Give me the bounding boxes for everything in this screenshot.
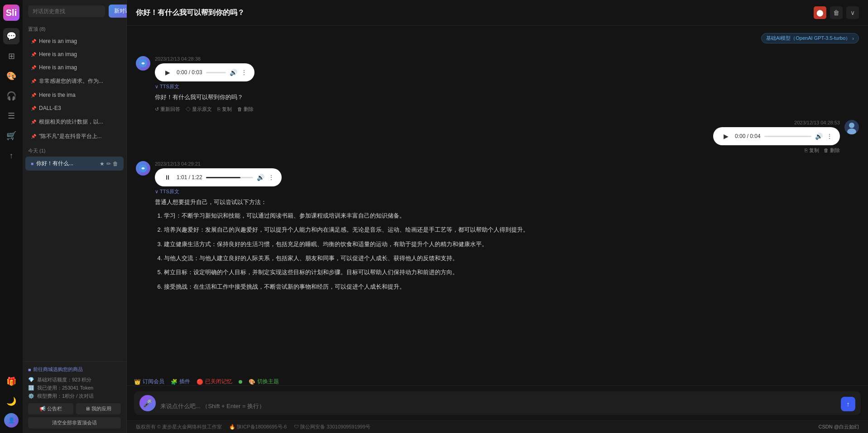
pinned-item-2[interactable]: 📌Here is an imag xyxy=(25,48,124,61)
action-copy-1[interactable]: ⎘ 复制 xyxy=(217,106,232,113)
user-action-delete[interactable]: 🗑 删除 xyxy=(824,147,840,154)
ai-message-content-1: 2023/12/13 04:28:38 ▶ 0:00 / 0:03 🔊 ⋮ ∨ … xyxy=(155,56,254,113)
subscribe-label[interactable]: 订阅会员 xyxy=(143,378,164,385)
sidebar-item-headphone[interactable]: 🎧 xyxy=(3,88,19,104)
header-trash-button[interactable]: 🗑 xyxy=(830,6,843,19)
user-progress-bar[interactable] xyxy=(764,136,811,137)
action-show-original-1[interactable]: ◇ 显示原文 xyxy=(186,106,212,113)
list-item-2: 培养兴趣爱好：发展自己的兴趣爱好，可以提升个人能力和内在满足感。无论是音乐、运动… xyxy=(164,224,529,235)
gift-icon-btn[interactable]: 🎁 xyxy=(3,373,19,390)
time-display-2: 1:01 / 1:22 xyxy=(177,174,202,181)
sidebar-item-grid[interactable]: ⊞ xyxy=(3,48,19,64)
pin-icon: 📌 xyxy=(31,134,36,139)
progress-bar-2[interactable] xyxy=(206,177,253,178)
notice-button[interactable]: 📢 公告栏 xyxy=(28,403,73,414)
more-icon-2[interactable]: ⋮ xyxy=(268,174,274,181)
bullet-icon: ■ xyxy=(28,367,31,372)
subscribe-item[interactable]: 👑 订阅会员 xyxy=(134,378,164,385)
ai-text-2: 普通人想要提升自己，可以尝试以下方法： 学习：不断学习新知识和技能，可以通过阅读… xyxy=(155,197,529,295)
delete-icon[interactable]: 🗑 xyxy=(113,161,118,167)
footer-left: 版权所有 © 麦步星火金网络科技工作室 🔥 陕ICP备18008695号-6 🛡… xyxy=(136,423,370,430)
today-item-text: 你好！有什么... xyxy=(36,160,97,167)
plugin-icon: 🧩 xyxy=(171,379,177,385)
pin-icon: 📌 xyxy=(31,65,36,70)
pinned-item-5[interactable]: 📌Here is the ima xyxy=(25,89,124,101)
sidebar-item-chat[interactable]: 💬 xyxy=(3,28,19,44)
model-tag[interactable]: 基础AI模型（OpenAI GPT-3.5-turbo） › xyxy=(761,33,859,43)
plugin-label[interactable]: 插件 xyxy=(179,378,190,385)
pinned-section-title: 置顶 (8) xyxy=(23,22,126,34)
stat-text: 模型费用：1积分 / 次对话 xyxy=(37,393,94,400)
more-icon-1[interactable]: ⋮ xyxy=(241,69,247,76)
action-delete-1[interactable]: 🗑 删除 xyxy=(237,106,254,113)
theme-label[interactable]: 切换主题 xyxy=(257,378,279,385)
volume-icon-2[interactable]: 🔊 xyxy=(257,174,264,181)
ai-text-1: 你好！有什么我可以帮到你的吗？ xyxy=(155,92,254,102)
list-item-1: 学习：不断学习新知识和技能，可以通过阅读书籍、参加课程或培训来丰富自己的知识储备… xyxy=(164,210,529,221)
ai-timestamp-2: 2023/12/13 04:29:21 xyxy=(155,161,529,167)
plugin-item[interactable]: 🧩 插件 xyxy=(171,378,190,385)
user-more-icon[interactable]: ⋮ xyxy=(826,133,833,140)
myapp-button[interactable]: 🖥 我的应用 xyxy=(76,403,121,414)
sidebar-item-cart[interactable]: 🛒 xyxy=(3,128,19,144)
header-expand-button[interactable]: ∨ xyxy=(846,6,859,19)
header-record-button[interactable]: ⬤ xyxy=(814,6,826,19)
sidebar-item-palette[interactable]: 🎨 xyxy=(3,68,19,84)
sidebar: 新对话 + 置顶 (8) 📌Here is an imag📌Here is an… xyxy=(23,0,127,433)
moon-icon-btn[interactable]: 🌙 xyxy=(3,393,19,409)
user-timestamp: 2023/12/13 04:28:53 xyxy=(794,120,840,125)
pinned-item-3[interactable]: 📌Here is an imag xyxy=(25,61,124,74)
user-message-content: 2023/12/13 04:28:53 ▶ 0:00 / 0:04 🔊 ⋮ ⎘ … xyxy=(713,120,840,154)
play-button-1[interactable]: ▶ xyxy=(162,67,173,78)
input-row: 🎤 ↑ xyxy=(134,391,861,415)
search-input[interactable] xyxy=(28,5,105,17)
ai-text-2-intro: 普通人想要提升自己，可以尝试以下方法： xyxy=(155,197,529,207)
pinned-item-7[interactable]: 📌根据相关的统计数据，以... xyxy=(25,115,124,129)
user-action-copy[interactable]: ⎘ 复制 xyxy=(805,147,819,154)
text-input[interactable] xyxy=(160,402,836,411)
play-button-2[interactable]: ⏸ xyxy=(162,172,173,183)
star-icon[interactable]: ★ xyxy=(100,161,105,167)
send-button[interactable]: ↑ xyxy=(841,397,855,411)
message-row-ai-2: 2023/12/13 04:29:21 ⏸ 1:01 / 1:22 🔊 ⋮ ∨ … xyxy=(136,161,859,295)
page-footer: 版权所有 © 麦步星火金网络科技工作室 🔥 陕ICP备18008695号-6 🛡… xyxy=(127,420,868,433)
today-item-actions: ★ ✏ 🗑 xyxy=(100,161,118,167)
pinned-item-1[interactable]: 📌Here is an imag xyxy=(25,35,124,48)
theme-item[interactable]: 🎨 切换主题 xyxy=(249,378,279,385)
mic-button[interactable]: 🎤 xyxy=(139,395,156,411)
stat-text: 我已使用：253041 Token xyxy=(37,385,93,391)
progress-bar-1[interactable] xyxy=(206,72,226,73)
edit-icon[interactable]: ✏ xyxy=(106,161,111,167)
stat-icon: 💎 xyxy=(28,377,34,383)
sidebar-header: 新对话 + xyxy=(23,0,126,22)
tts-toggle-2[interactable]: ∨ TTS原文 xyxy=(155,188,529,195)
volume-icon-1[interactable]: 🔊 xyxy=(230,69,237,76)
audio-player-1: ▶ 0:00 / 0:03 🔊 ⋮ xyxy=(155,63,254,81)
tts-toggle-1[interactable]: ∨ TTS原文 xyxy=(155,83,254,90)
user-play-button[interactable]: ▶ xyxy=(720,131,731,142)
list-item-3: 建立健康生活方式：保持良好的生活习惯，包括充足的睡眠、均衡的饮食和适量的运动，有… xyxy=(164,239,529,249)
audio-player-2: ⏸ 1:01 / 1:22 🔊 ⋮ xyxy=(155,168,282,186)
msg-actions-1: ↺ 重新回答 ◇ 显示原文 ⎘ 复制 🗑 删除 xyxy=(155,106,254,113)
stat-icon: ⚙️ xyxy=(28,393,34,399)
sidebar-item-list[interactable]: ☰ xyxy=(3,108,19,124)
memory-item[interactable]: 🔴 已关闭记忆 xyxy=(197,378,232,385)
pinned-item-4[interactable]: 📌非常感谢您的请求。作为... xyxy=(25,74,124,88)
list-item-4: 与他人交流：与他人建立良好的人际关系，包括家人、朋友和同事，可以促进个人成长、获… xyxy=(164,253,529,263)
user-volume-icon[interactable]: 🔊 xyxy=(815,133,823,140)
shop-link[interactable]: ■ 前往商城选购您的商品 xyxy=(28,366,121,373)
action-regenerate-1[interactable]: ↺ 重新回答 xyxy=(155,106,180,113)
user-avatar-small[interactable]: 👤 xyxy=(4,413,19,428)
svg-point-2 xyxy=(849,123,854,128)
footer-right: CSDN @白云如幻 xyxy=(819,423,859,430)
today-list: ■ 你好！有什么... ★ ✏ 🗑 xyxy=(23,156,126,171)
clear-button[interactable]: 清空全部非置顶会话 xyxy=(28,417,121,428)
stats-list: 💎基础对话额度：923 积分🔢我已使用：253041 Token⚙️模型费用：1… xyxy=(28,376,121,400)
today-item-1[interactable]: ■ 你好！有什么... ★ ✏ 🗑 xyxy=(25,157,124,171)
memory-label[interactable]: 已关闭记忆 xyxy=(205,378,232,385)
sidebar-item-share[interactable]: ↑ xyxy=(3,148,19,164)
pinned-item-8[interactable]: 📌"陈不凡"是在抖音平台上... xyxy=(25,129,124,143)
shop-link-text[interactable]: 前往商城选购您的商品 xyxy=(33,366,83,373)
pinned-list: 📌Here is an imag📌Here is an imag📌Here is… xyxy=(23,34,126,144)
pinned-item-6[interactable]: 📌DALL-E3 xyxy=(25,102,124,114)
